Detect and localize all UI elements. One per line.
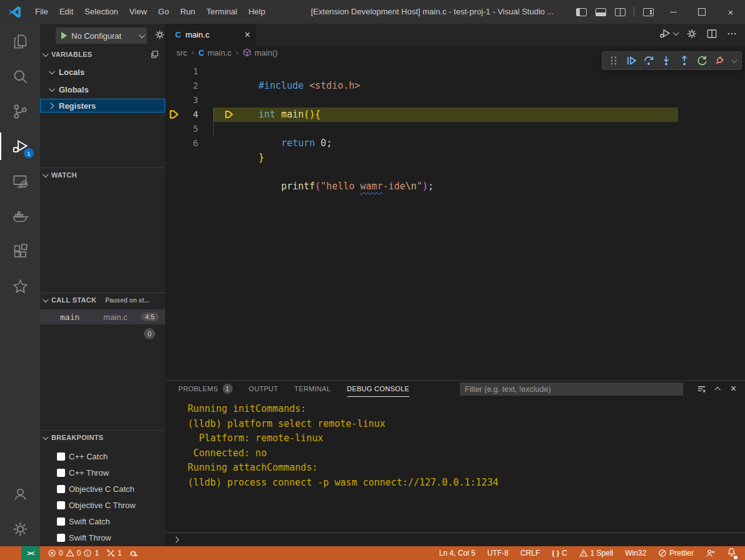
continue-icon[interactable] [626,55,637,66]
menu-view[interactable]: View [124,0,153,24]
extensions-icon[interactable] [0,234,40,269]
clear-console-icon[interactable] [697,384,706,394]
toggle-secondary-sidebar-icon[interactable] [615,8,626,16]
menu-file[interactable]: File [29,0,54,24]
watch-header[interactable]: WATCH [40,168,165,182]
restart-icon[interactable] [696,55,707,66]
feedback-person-icon[interactable] [706,549,715,558]
explorer-icon[interactable] [0,24,40,59]
breadcrumb-separator: › [190,48,195,57]
gear-icon[interactable] [686,28,697,39]
step-over-icon[interactable] [643,55,654,66]
settings-gear-icon[interactable] [0,511,40,546]
remote-indicator[interactable]: >< [21,546,40,560]
menu-go[interactable]: Go [153,0,175,24]
checkbox-unchecked[interactable] [57,452,65,461]
accounts-icon[interactable] [0,476,40,511]
checkbox-unchecked[interactable] [57,501,65,509]
step-out-icon[interactable] [679,55,690,66]
breakpoint-row[interactable]: Swift Throw [40,529,165,546]
chevron-down-icon[interactable] [731,57,737,63]
breakpoint-row[interactable]: Swift Catch [40,513,165,529]
tab-close-icon[interactable]: × [245,30,250,40]
call-stack-header[interactable]: CALL STACK Paused on st... [40,293,165,307]
checkbox-unchecked[interactable] [57,469,65,477]
menu-selection[interactable]: Selection [79,0,123,24]
breakpoint-row[interactable]: Objective C Catch [40,481,165,497]
remote-explorer-icon[interactable] [0,164,40,199]
variables-globals-row[interactable]: Globals [40,82,165,96]
toggle-sidebar-icon[interactable] [576,8,587,16]
language-mode[interactable]: { } C [552,549,567,558]
problems-status[interactable]: 0 0 1 [48,549,99,558]
menu-edit[interactable]: Edit [54,0,79,24]
debug-console-input[interactable] [165,532,745,546]
code-editor[interactable]: 1#include <stdio.h> 2 3int main(){ 4 pri… [165,59,745,151]
tab-debug-console[interactable]: DEBUG CONSOLE [347,381,410,397]
menu-terminal[interactable]: Terminal [201,0,243,24]
tab-terminal[interactable]: TERMINAL [295,381,331,397]
minimize-button[interactable] [659,0,687,24]
breakpoints-header[interactable]: BREAKPOINTS [40,431,165,444]
globals-label: Globals [59,85,89,94]
debug-stackframe-arrow-icon[interactable] [168,109,180,120]
more-actions-icon[interactable] [726,28,737,39]
eol-indicator[interactable]: CRLF [520,549,540,558]
task-count: 1 [118,549,122,558]
tasks-status[interactable]: 1 [106,549,122,558]
platform-indicator[interactable]: Win32 [625,549,646,558]
maximize-button[interactable] [687,0,716,24]
stack-frame-row[interactable]: main main.c 4:5 [40,309,165,324]
panes-icon[interactable] [150,50,159,59]
menu-run[interactable]: Run [175,0,201,24]
notifications-bell[interactable] [727,548,736,559]
close-button[interactable]: × [716,0,745,24]
run-and-debug-icon[interactable]: 1 [0,129,40,164]
console-filter-input[interactable] [460,382,683,396]
step-into-icon[interactable] [661,55,672,66]
source-control-icon[interactable] [0,94,40,129]
variables-header[interactable]: VARIABLES [40,48,165,61]
checkbox-unchecked[interactable] [57,485,65,493]
breakpoint-row[interactable]: C++ Throw [40,464,165,481]
split-editor-icon[interactable] [706,28,717,39]
toggle-panel-icon[interactable] [595,8,606,16]
debug-status-icon-item[interactable] [129,549,138,558]
breakpoint-label: Objective C Throw [69,501,136,510]
customize-layout-icon[interactable] [643,8,654,16]
tab-main-c[interactable]: C main.c × [165,24,256,46]
breakpoint-row[interactable]: C++ Catch [40,448,165,464]
search-icon[interactable] [0,59,40,94]
breadcrumb-file[interactable]: main.c [208,48,231,58]
checkbox-unchecked[interactable] [57,534,65,542]
token-string: "hello [321,181,360,192]
star-icon[interactable] [0,269,40,304]
docker-icon[interactable] [0,199,40,234]
breadcrumb-symbol[interactable]: main() [255,48,278,58]
debug-settings-gear-icon[interactable] [155,29,165,42]
chevron-down-icon [673,29,679,36]
encoding-indicator[interactable]: UTF-8 [487,549,509,558]
tab-output[interactable]: OUTPUT [249,381,278,397]
debug-bug-icon [129,549,138,558]
checkbox-unchecked[interactable] [57,518,65,526]
close-panel-icon[interactable]: × [731,383,736,394]
editor-actions [659,28,737,39]
breakpoint-row[interactable]: Objective C Throw [40,497,165,513]
run-debug-action-icon[interactable] [659,28,677,39]
cursor-position[interactable]: Ln 4, Col 5 [439,549,475,558]
variables-registers-row[interactable]: Registers [40,99,165,112]
tab-problems[interactable]: PROBLEMS 1 [178,381,233,397]
debug-toolbar [602,51,742,70]
breadcrumb-folder[interactable]: src [176,48,187,58]
drag-grip-icon[interactable] [608,55,619,66]
disconnect-icon[interactable] [714,55,725,66]
start-debug-icon[interactable] [61,32,67,39]
maximize-panel-icon[interactable] [714,386,721,392]
menu-help[interactable]: Help [243,0,271,24]
error-icon [48,549,56,558]
launch-configuration-dropdown[interactable]: No Configurat [56,28,147,44]
formatter-status[interactable]: Prettier [658,549,694,558]
spell-checker-status[interactable]: 1 Spell [579,549,614,558]
variables-locals-row[interactable]: Locals [40,65,165,79]
